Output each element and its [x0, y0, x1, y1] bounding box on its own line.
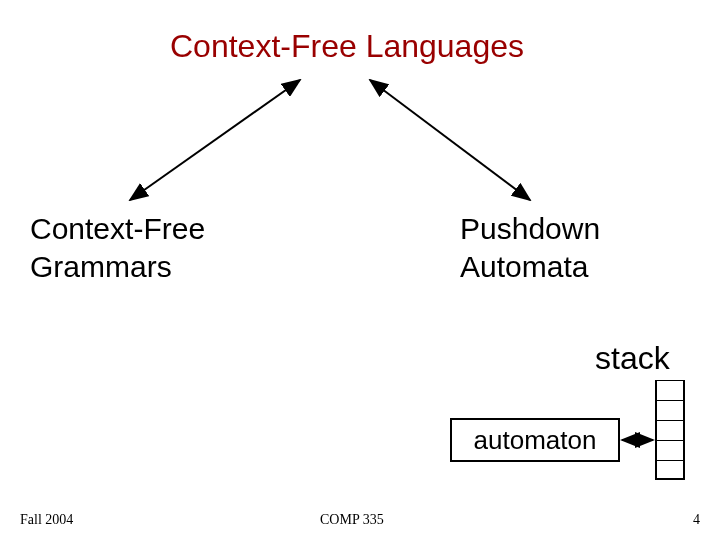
- stack-cell: [657, 420, 683, 440]
- stack-label: stack: [595, 340, 670, 377]
- svg-line-2: [130, 80, 300, 200]
- stack-cell: [657, 460, 683, 480]
- cfg-line2: Grammars: [30, 250, 172, 283]
- automaton-box-label: automaton: [474, 425, 597, 456]
- pda-line2: Automata: [460, 250, 588, 283]
- slide-title: Context-Free Languages: [170, 28, 524, 65]
- stack-cell: [657, 400, 683, 420]
- stack-cell: [657, 440, 683, 460]
- stack-diagram: [655, 380, 685, 480]
- context-free-grammars-label: Context-Free Grammars: [30, 210, 205, 285]
- stack-cell: [657, 380, 683, 400]
- pda-line1: Pushdown: [460, 212, 600, 245]
- footer-course: COMP 335: [320, 512, 384, 528]
- footer-term: Fall 2004: [20, 512, 73, 528]
- pushdown-automata-label: Pushdown Automata: [460, 210, 600, 285]
- footer-page-number: 4: [693, 512, 700, 528]
- svg-line-3: [370, 80, 530, 200]
- automaton-box: automaton: [450, 418, 620, 462]
- cfg-line1: Context-Free: [30, 212, 205, 245]
